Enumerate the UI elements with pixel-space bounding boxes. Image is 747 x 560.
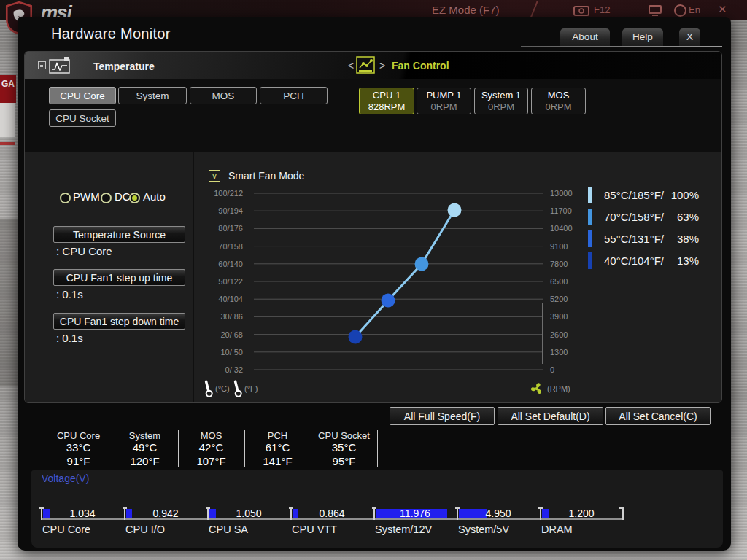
svg-text:0/ 32: 0/ 32 [225,365,243,374]
fan-tab-cpu1[interactable]: CPU 1 828RPM [359,88,414,114]
fan-next-arrow[interactable]: > [379,60,385,71]
svg-text:40/104: 40/104 [218,295,243,303]
celsius-unit-label: (°C) [215,384,230,393]
topbar-divider [530,1,538,19]
svg-text:80/176: 80/176 [218,224,243,233]
temperature-source-button[interactable]: Temperature Source [53,226,185,243]
legend-percent-55c: 38% [646,233,699,245]
voltage-rail-name: CPU I/O [125,524,165,535]
temp-fahrenheit: 141°F [244,455,311,467]
voltage-rail-dram: 1.200 DRAM [540,508,623,541]
fan-tab-mos[interactable]: MOS 0RPM [531,88,586,114]
tab-cpu-core[interactable]: CPU Core [49,87,116,104]
fan-curve-chart: 100/2121300090/1941170080/1761040070/158… [198,183,577,376]
temp-name: System [112,430,178,441]
legend-bar-70c [588,209,592,225]
f12-label[interactable]: F12 [594,4,610,15]
svg-text:1300: 1300 [550,348,568,357]
fan-tab-system1[interactable]: System 1 0RPM [474,88,528,114]
all-set-cancel-button[interactable]: All Set Cancel(C) [605,407,711,425]
svg-text:0: 0 [550,365,554,374]
gauge-end-tick [622,508,624,520]
smart-fan-checkbox[interactable]: v [209,170,220,182]
temperature-section-label: Temperature [93,61,155,72]
voltage-value: 4.950 [457,508,540,519]
fan-curve-point-55c[interactable] [382,294,395,308]
radio-dc-label: DC [115,190,131,203]
voltage-section-label: Voltage(V) [42,472,89,484]
fan-rpm-icon [530,381,544,396]
radio-pwm[interactable] [60,192,71,203]
svg-text:6500: 6500 [550,277,568,286]
voltage-rail-system-5v: 4.950 System/5V [457,508,540,541]
monitor-panel: Temperature < > Fan Control CPU Core Sys… [24,51,722,403]
fan-prev-arrow[interactable]: < [348,60,354,71]
fan-tab-rpm: 828RPM [360,101,414,112]
fan-tab-rpm: 0RPM [417,101,471,112]
voltage-value: 1.050 [207,508,290,519]
tab-cpu-socket[interactable]: CPU Socket [49,109,116,127]
temp-fahrenheit: 95°F [311,455,377,467]
temperature-checkbox-icon [38,61,46,69]
voltage-rail-name: System/5V [458,524,509,535]
language-label[interactable]: En [689,4,700,15]
fan-curve-point-40c[interactable] [349,330,363,344]
svg-text:11700: 11700 [550,206,572,215]
language-globe-icon[interactable] [674,4,686,17]
header-underline [521,46,722,47]
temp-celsius: 42°C [178,441,244,454]
temperature-source-value: : CPU Core [56,245,112,257]
gaming-badge: GA [0,75,16,103]
fan-control-chart-icon [356,55,375,74]
voltage-rail-cpu-sa: 1.050 CPU SA [207,508,290,541]
legend-bar-55c [588,230,592,247]
temp-readout-mos: MOS 42°C 107°F [178,430,245,467]
radio-pwm-label: PWM [73,190,100,203]
svg-text:30/ 86: 30/ 86 [220,312,243,321]
radio-auto[interactable] [129,192,140,203]
voltage-value: 1.200 [540,508,623,519]
svg-text:13000: 13000 [550,189,573,198]
bios-screen: GA msi EZ Mode (F7) F12 En ✕ Hardware Mo… [0,0,747,560]
background-shade-band [0,219,18,386]
help-button[interactable]: Help [622,28,663,46]
monitor-icon[interactable] [649,5,662,16]
fan-tab-name: CPU 1 [360,90,414,101]
system-close-icon[interactable]: ✕ [718,3,727,16]
dialog-close-button[interactable]: X [679,28,700,46]
fan-tab-pump1[interactable]: PUMP 1 0RPM [417,88,471,114]
thermometer-fahrenheit-icon [232,379,242,398]
hardware-monitor-dialog: Hardware Monitor About Help X Temperatur… [18,17,731,551]
step-down-time-value: : 0.1s [56,332,83,344]
fan-tab-rpm: 0RPM [532,101,585,112]
voltage-rail-name: System/12V [375,524,432,535]
temp-name: MOS [178,430,244,441]
voltage-value: 0.864 [290,508,374,519]
svg-text:10400: 10400 [550,224,573,233]
voltage-rail-system-12v: 11.976 System/12V [374,508,457,541]
tab-system[interactable]: System [118,87,187,104]
tab-mos[interactable]: MOS [190,87,257,104]
all-set-default-button[interactable]: All Set Default(D) [498,407,603,425]
temp-celsius: 61°C [244,441,311,454]
ez-mode-button[interactable]: EZ Mode (F7) [432,4,500,16]
fan-tab-rpm: 0RPM [475,101,527,112]
screenshot-icon[interactable] [573,5,589,16]
dialog-title: Hardware Monitor [51,26,171,42]
rpm-unit-label: (RPM) [547,384,570,393]
temp-name: PCH [244,430,311,441]
svg-text:90/194: 90/194 [218,206,243,215]
temp-fahrenheit: 120°F [112,455,178,467]
tab-pch[interactable]: PCH [260,87,328,104]
all-full-speed-button[interactable]: All Full Speed(F) [390,407,495,425]
radio-dc[interactable] [101,192,112,203]
about-button[interactable]: About [560,28,610,46]
temp-celsius: 33°C [45,441,112,454]
background-red-line [0,142,15,145]
svg-text:5200: 5200 [550,295,568,303]
step-down-time-button[interactable]: CPU Fan1 step down time [53,313,185,330]
step-up-time-button[interactable]: CPU Fan1 step up time [53,269,185,286]
fan-tab-name: PUMP 1 [417,90,471,101]
fan-curve-point-70c[interactable] [415,257,429,271]
fan-curve-point-85c[interactable] [448,203,462,217]
